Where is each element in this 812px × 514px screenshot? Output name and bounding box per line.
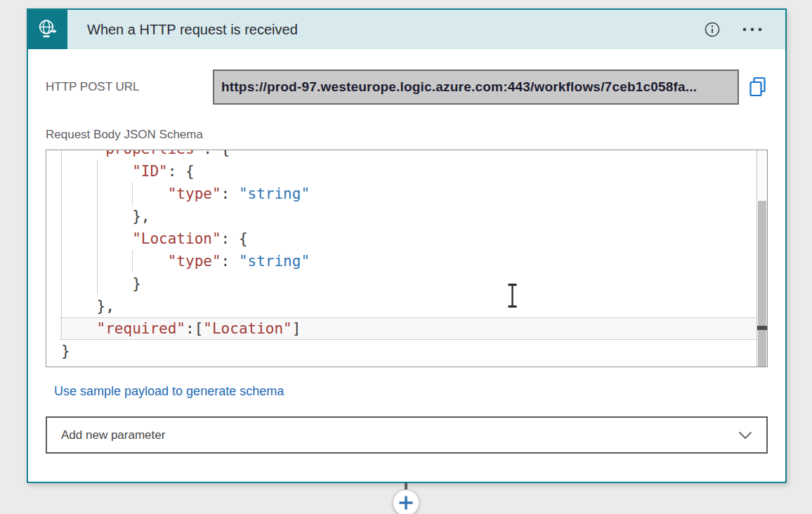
copy-url-button[interactable] <box>748 76 768 98</box>
chevron-down-icon <box>738 431 752 440</box>
json-schema-editor[interactable]: "properties": { "ID": { "type": "string"… <box>46 150 768 367</box>
http-post-url-row: HTTP POST URL https://prod-97.westeurope… <box>46 70 768 105</box>
http-post-url-value: https://prod-97.westeurope.logic.azure.c… <box>214 79 704 95</box>
trigger-header-bar: When a HTTP request is received <box>67 10 785 49</box>
http-request-trigger-card: When a HTTP request is received <box>27 8 787 483</box>
use-sample-payload-link[interactable]: Use sample payload to generate schema <box>54 384 284 399</box>
ellipsis-icon <box>742 27 764 32</box>
copy-icon <box>748 76 768 98</box>
scrollbar-cursor-marker <box>757 326 767 330</box>
add-new-parameter-label: Add new parameter <box>61 428 165 442</box>
info-icon <box>704 21 721 38</box>
trigger-card-header[interactable]: When a HTTP request is received <box>28 10 785 49</box>
designer-canvas: When a HTTP request is received <box>0 0 812 514</box>
insert-step-button[interactable] <box>393 489 419 514</box>
trigger-icon-tile <box>28 10 67 49</box>
http-post-url-field[interactable]: https://prod-97.westeurope.logic.azure.c… <box>213 70 739 105</box>
json-schema-content: "properties": { "ID": { "type": "string"… <box>46 150 757 367</box>
scrollbar-thumb[interactable] <box>758 201 766 367</box>
info-button[interactable] <box>702 20 722 39</box>
request-body-schema-label: Request Body JSON Schema <box>46 128 768 142</box>
header-actions <box>702 20 766 39</box>
trigger-card-body: HTTP POST URL https://prod-97.westeurope… <box>28 70 785 454</box>
json-schema-code: "properties": { "ID": { "type": "string"… <box>46 150 757 362</box>
editor-scrollbar[interactable] <box>757 150 767 367</box>
plus-icon <box>398 494 414 511</box>
globe-http-request-icon <box>36 18 60 41</box>
trigger-title: When a HTTP request is received <box>87 22 702 38</box>
add-new-parameter-dropdown[interactable]: Add new parameter <box>46 416 768 454</box>
menu-button[interactable] <box>740 25 766 34</box>
http-post-url-label: HTTP POST URL <box>46 80 213 94</box>
